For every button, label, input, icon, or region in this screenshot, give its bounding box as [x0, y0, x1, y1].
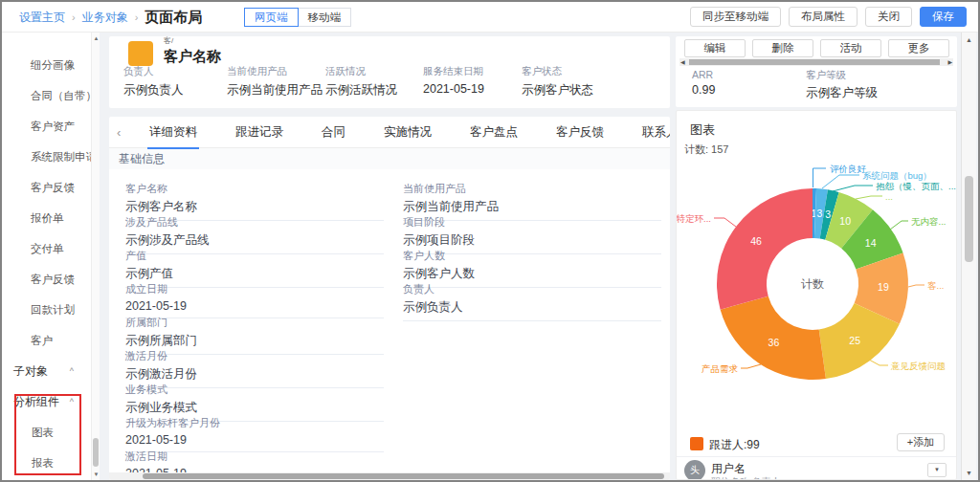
- sidebar-section-label: 分析组件: [13, 395, 59, 408]
- sidebar-item-customer[interactable]: 客户: [2, 325, 91, 356]
- scroll-right-icon[interactable]: ▶: [947, 58, 952, 66]
- sidebar-item-payment-plan[interactable]: 回款计划: [2, 295, 91, 325]
- form-field: 升级为标杆客户月份 2021-05-19: [125, 416, 384, 452]
- tab-contacts-opportunities[interactable]: 联系人、商机: [640, 117, 670, 149]
- field-value: 示例负责人: [403, 299, 661, 321]
- field-label: 项目阶段: [403, 215, 661, 230]
- tab-mobile[interactable]: 移动端: [298, 8, 352, 27]
- sidebar-item-segment-portrait[interactable]: 细分画像: [2, 50, 91, 80]
- sidebar-item-customer-feedback-2[interactable]: 客户反馈: [2, 264, 91, 295]
- more-button[interactable]: 更多: [888, 39, 949, 57]
- scrollbar-thumb[interactable]: [143, 473, 664, 479]
- breadcrumb-settings-home[interactable]: 设置主页: [19, 10, 65, 26]
- detail-card: ‹ 详细资料 跟进记录 合同 实施情况 客户盘点 客户反馈 联系人、商机 › 基…: [109, 117, 670, 480]
- pie-slice[interactable]: [717, 188, 813, 310]
- clipped-text: 客/: [164, 36, 173, 46]
- scrollbar-thumb[interactable]: [689, 59, 940, 65]
- close-button[interactable]: 关闭: [865, 7, 912, 27]
- slice-value-label: 46: [750, 235, 762, 247]
- tabs-scroll-left-icon[interactable]: ‹: [117, 125, 130, 140]
- scroll-up-icon[interactable]: ▲: [962, 36, 976, 43]
- chart-card: 图表 计数: 157 133101419253646计数 评价良好系统问题（bu…: [676, 110, 957, 480]
- sidebar: 细分画像 合同（自带） 客户资产 系统限制申请明细 客户反馈 报价单 交付单 客…: [2, 33, 91, 480]
- pie-slice-label: 评价良好: [830, 164, 866, 176]
- tab-detail-info[interactable]: 详细资料: [147, 117, 199, 149]
- delete-button[interactable]: 删除: [752, 39, 813, 57]
- tab-follow-records[interactable]: 跟进记录: [234, 117, 285, 149]
- leader-line: [813, 168, 827, 187]
- sidebar-item-delivery[interactable]: 交付单: [2, 233, 91, 264]
- leader-line: [822, 175, 859, 188]
- horizontal-scrollbar[interactable]: [109, 472, 670, 480]
- chevron-up-icon[interactable]: ^: [70, 386, 74, 417]
- sidebar-list: 细分画像 合同（自带） 客户资产 系统限制申请明细 客户反馈 报价单 交付单 客…: [2, 33, 91, 478]
- activity-button[interactable]: 活动: [820, 39, 881, 57]
- breadcrumb: 设置主页 › 业务对象 › 页面布局: [19, 2, 202, 33]
- slice-value-label: 3: [825, 208, 831, 220]
- donut-center-label: 计数: [801, 277, 824, 291]
- field-label: 当前使用产品: [227, 65, 323, 78]
- field-label: 客户状态: [522, 65, 593, 78]
- tab-customer-review[interactable]: 客户盘点: [468, 117, 520, 149]
- scrollbar-thumb[interactable]: [93, 438, 99, 467]
- breadcrumb-separator: ›: [72, 11, 76, 23]
- field-value: 示例负责人: [123, 82, 184, 99]
- sidebar-section-sub-objects[interactable]: 子对象 ^: [2, 356, 91, 386]
- scrollbar-thumb[interactable]: [965, 176, 973, 262]
- chart-title: 图表: [690, 121, 715, 139]
- sidebar-item-system-limit-detail[interactable]: 系统限制申请明细: [2, 142, 91, 172]
- field-label: 所属部门: [125, 316, 384, 330]
- pie-slice-label: ...: [885, 191, 893, 202]
- scroll-down-icon[interactable]: ▼: [962, 470, 976, 476]
- sidebar-scrollbar[interactable]: ▲ ▼: [91, 33, 100, 480]
- summary-field: 活跃情况 示例活跃情况: [325, 65, 397, 99]
- sidebar-item-chart[interactable]: 图表: [2, 417, 91, 448]
- user-dropdown-button[interactable]: ▼: [927, 463, 947, 477]
- customer-header-card: 客/ 客户名称 负责人 示例负责人 当前使用产品 示例当前使用产品 活跃情况 示…: [109, 36, 670, 108]
- tab-web[interactable]: 网页端: [244, 8, 299, 27]
- sidebar-section-analysis-components[interactable]: 分析组件 ^: [2, 386, 91, 417]
- sidebar-item-contract-builtin[interactable]: 合同（自带）: [2, 80, 91, 111]
- topbar: 设置主页 › 业务对象 › 页面布局 网页端 移动端 同步至移动端 布局属性 关…: [2, 2, 978, 33]
- sync-to-mobile-button[interactable]: 同步至移动端: [690, 7, 781, 27]
- edit-button[interactable]: 编辑: [684, 39, 746, 57]
- sidebar-item-customer-assets[interactable]: 客户资产: [2, 111, 91, 142]
- leader-line: [741, 364, 761, 368]
- leader-line: [833, 186, 873, 191]
- summary-field: 当前使用产品 示例当前使用产品: [227, 65, 323, 99]
- add-follower-button[interactable]: +添加: [897, 433, 945, 451]
- main-column: 客/ 客户名称 负责人 示例负责人 当前使用产品 示例当前使用产品 活跃情况 示…: [100, 33, 670, 480]
- action-buttons: 编辑 删除 活动 更多: [684, 39, 949, 57]
- slice-value-label: 25: [849, 335, 860, 346]
- breadcrumb-business-object[interactable]: 业务对象: [82, 10, 128, 26]
- donut-chart[interactable]: 133101419253646计数: [677, 154, 957, 433]
- tab-implementation[interactable]: 实施情况: [382, 117, 434, 149]
- section-title-basic-info: 基础信息: [109, 148, 670, 169]
- leader-line: [856, 196, 882, 199]
- summary-field: ARR 0.99: [692, 69, 715, 97]
- sidebar-item-customer-feedback[interactable]: 客户反馈: [2, 172, 91, 203]
- slice-value-label: 3: [816, 208, 822, 219]
- followers-label: 跟进人:99: [709, 437, 760, 453]
- record-actions-card: 编辑 删除 活动 更多 ◀ ▶ ARR 0.99 客户等级 示例客户等级: [676, 36, 957, 107]
- page-title: 页面布局: [145, 9, 202, 27]
- chevron-up-icon[interactable]: ^: [70, 356, 74, 386]
- layout-properties-button[interactable]: 布局属性: [789, 7, 858, 27]
- follower-square-icon: [690, 437, 703, 450]
- field-label: 升级为标杆客户月份: [125, 416, 384, 430]
- field-value: 示例客户状态: [522, 82, 593, 99]
- vertical-scrollbar[interactable]: ▲ ▼: [961, 33, 976, 480]
- sidebar-item-quotation[interactable]: 报价单: [2, 203, 91, 233]
- customer-avatar-icon: [128, 41, 153, 66]
- sidebar-item-report[interactable]: 报表: [2, 448, 91, 478]
- tab-customer-feedback[interactable]: 客户反馈: [554, 117, 606, 149]
- tab-contract[interactable]: 合同: [320, 117, 347, 149]
- scroll-left-icon[interactable]: ◀: [680, 58, 685, 66]
- summary-field: 负责人 示例负责人: [123, 65, 184, 99]
- save-button[interactable]: 保存: [920, 7, 967, 27]
- field-label: 产值: [125, 249, 384, 263]
- topbar-actions: 同步至移动端 布局属性 关闭 保存: [690, 7, 967, 27]
- horizontal-scrollbar[interactable]: ◀ ▶: [679, 58, 953, 66]
- field-label: 成立日期: [125, 282, 384, 296]
- leader-line: [908, 285, 924, 287]
